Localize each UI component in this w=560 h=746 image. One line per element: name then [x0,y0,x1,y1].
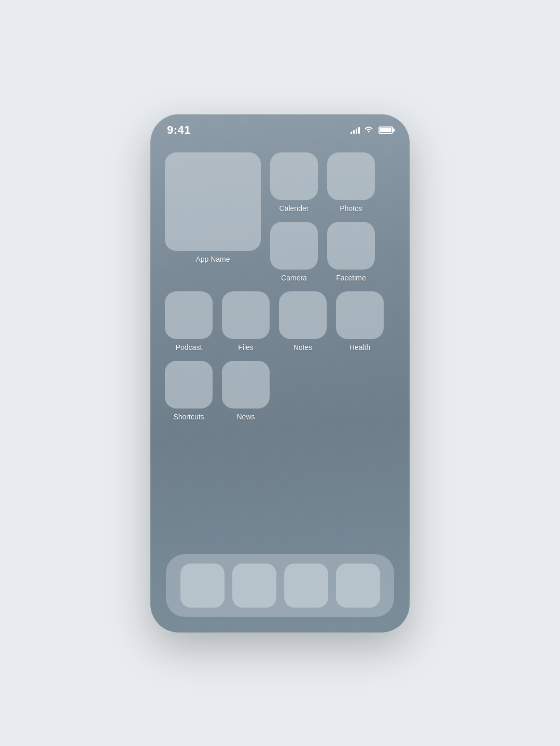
app-row-2: Podcast Files Notes Health [165,291,395,351]
wifi-icon [364,125,373,134]
app-icon-appname [165,152,261,251]
app-icon-health [336,291,384,339]
app-icon-shortcuts [165,361,213,409]
app-icon-photos [327,152,375,200]
app-icon-calender [270,152,318,200]
app-item-facetime[interactable]: Facetime [327,222,375,282]
app-icon-files [222,291,270,339]
dock [166,554,394,617]
app-icon-news [222,361,270,409]
app-item-health[interactable]: Health [336,291,384,351]
app-item-notes[interactable]: Notes [279,291,327,351]
app-item-podcast[interactable]: Podcast [165,291,213,351]
dock-app-1[interactable] [180,564,225,608]
dock-app-3[interactable] [284,564,328,608]
app-label-notes: Notes [293,343,313,351]
signal-icon [351,126,360,134]
app-row-1: App Name Calender Photos Came [165,152,395,282]
battery-icon [379,126,393,134]
app-item-camera[interactable]: Camera [270,222,318,282]
app-item-photos[interactable]: Photos [327,152,375,213]
app-item-shortcuts[interactable]: Shortcuts [165,361,213,421]
status-bar: 9:41 [150,114,410,142]
status-time: 9:41 [167,123,191,137]
app-label-podcast: Podcast [176,343,202,351]
app-row-3: Shortcuts News [165,361,395,421]
app-label-camera: Camera [281,274,307,282]
app-icon-facetime [327,222,375,270]
status-icons [351,126,393,134]
app-item-files[interactable]: Files [222,291,270,351]
app-label-files: Files [238,343,254,351]
app-icon-camera [270,222,318,270]
app-label-health: Health [349,343,370,351]
app-label-appname: App Name [195,255,230,263]
app-label-facetime: Facetime [336,274,366,282]
app-label-calender: Calender [279,204,309,213]
app-item-news[interactable]: News [222,361,270,421]
app-item-appname[interactable]: App Name [165,152,261,263]
dock-app-4[interactable] [336,564,380,608]
app-label-shortcuts: Shortcuts [173,413,204,421]
app-grid: App Name Calender Photos Came [150,142,410,421]
app-item-calender[interactable]: Calender [270,152,318,213]
app-icon-podcast [165,291,213,339]
phone-frame: 9:41 App Name [150,114,410,632]
app-icon-notes [279,291,327,339]
dock-app-2[interactable] [232,564,276,608]
app-label-photos: Photos [340,204,362,213]
app-label-news: News [236,413,255,421]
